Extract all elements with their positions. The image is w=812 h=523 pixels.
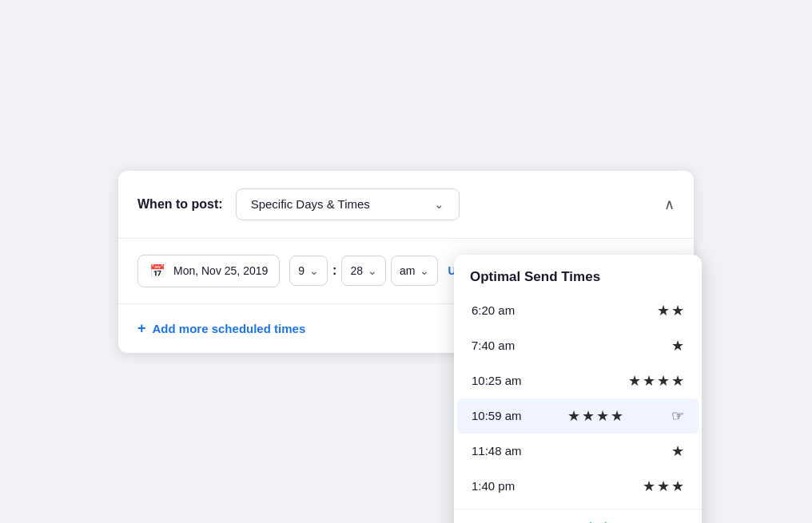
optimal-item-stars: ★★★★ [628,372,684,390]
star-icon: ★ [671,337,684,355]
main-card: When to post: Specific Days & Times ⌄ ∧ … [118,171,694,353]
optimal-item-stars: ★ [671,442,684,460]
optimal-item-stars: ★★★ [643,477,684,495]
minute-chevron-icon: ⌄ [368,264,377,277]
optimal-dropdown: Optimal Send Times 6:20 am★★7:40 am★10:2… [454,255,702,524]
optimal-item[interactable]: 7:40 am★ [457,328,699,363]
date-picker[interactable]: 📅 Mon, Nov 25, 2019 [137,255,280,287]
time-colon: : [332,263,336,278]
star-icon: ★ [611,407,623,425]
collapse-button[interactable]: ∧ [664,196,675,213]
star-icon: ★ [671,302,684,319]
optimal-item-time: 1:40 pm [472,479,515,493]
star-icon: ★ [643,477,655,495]
minute-value: 28 [350,264,363,277]
optimal-list: 6:20 am★★7:40 am★10:25 am★★★★10:59 am★★★… [454,293,702,504]
optimal-item-time: 7:40 am [472,339,515,352]
ampm-chevron-icon: ⌄ [420,264,429,277]
star-icon: ★ [567,407,580,425]
time-group: 9 ⌄ : 28 ⌄ am ⌄ [289,256,438,286]
optimal-item[interactable]: 11:48 am★ [457,434,699,469]
optimal-item-time: 10:25 am [472,374,522,387]
cursor-pointer-icon: ☞ [671,407,684,425]
optimal-item-time: 6:20 am [472,303,515,317]
minute-select[interactable]: 28 ⌄ [341,256,386,286]
ampm-select[interactable]: am ⌄ [391,256,438,286]
viralpost-brand: viralpost [583,521,633,524]
optimal-item-stars: ★★★★ [567,407,623,425]
optimal-item[interactable]: 10:59 am★★★★☞ [457,398,699,434]
calendar-icon: 📅 [149,263,165,279]
optimal-item-time: 11:48 am [472,444,522,458]
optimal-item-time: 10:59 am [472,409,522,422]
post-timing-dropdown[interactable]: Specific Days & Times ⌄ [236,188,460,220]
optimal-item-stars: ★ [671,337,684,355]
when-to-post-label: When to post: [137,197,223,212]
hour-value: 9 [298,264,304,277]
star-icon: ★ [582,407,595,425]
date-value: Mon, Nov 25, 2019 [173,264,268,277]
star-icon: ★ [657,372,670,390]
star-icon: ★ [671,477,684,495]
star-icon: ★ [657,477,670,495]
optimal-item[interactable]: 10:25 am★★★★ [457,363,699,398]
add-more-label: Add more scheduled times [153,322,306,335]
dropdown-value: Specific Days & Times [251,197,370,211]
powered-by-footer: powered by viralpost [454,509,702,524]
star-icon: ★ [671,442,684,460]
star-icon: ★ [628,372,641,390]
plus-icon: + [137,320,146,337]
star-icon: ★ [657,302,670,319]
optimal-title: Optimal Send Times [470,269,600,284]
star-icon: ★ [596,407,609,425]
chevron-down-icon: ⌄ [434,197,444,212]
optimal-header: Optimal Send Times [454,255,702,293]
header-row: When to post: Specific Days & Times ⌄ ∧ [118,171,694,239]
optimal-item[interactable]: 6:20 am★★ [457,293,699,328]
hour-chevron-icon: ⌄ [309,264,319,277]
chevron-up-icon: ∧ [664,196,675,212]
hour-select[interactable]: 9 ⌄ [289,256,328,286]
optimal-item[interactable]: 1:40 pm★★★ [457,469,699,504]
ampm-value: am [400,264,415,277]
optimal-item-stars: ★★ [657,302,684,319]
star-icon: ★ [643,372,655,390]
star-icon: ★ [671,372,684,390]
